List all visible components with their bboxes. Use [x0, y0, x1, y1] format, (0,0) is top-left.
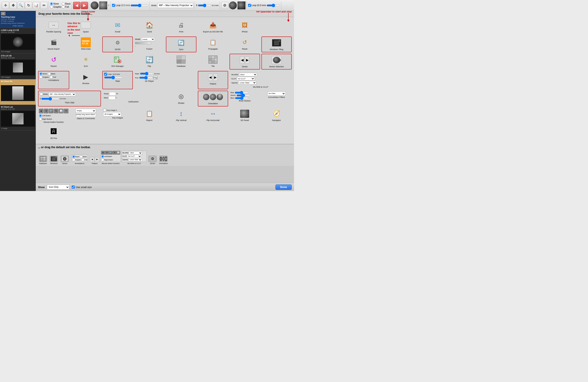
tool-series-selection[interactable]: Series Selection — [261, 54, 292, 69]
full-radio[interactable] — [62, 5, 65, 8]
dm-right-btn[interactable]: Right Button — [101, 158, 120, 161]
tool-convolution[interactable]: No Filter Convolution Filters — [261, 91, 292, 107]
none-radio[interactable] — [50, 2, 53, 5]
tool-thick-slab[interactable]: Mode: MIP – Max Intensity Projection 6 0… — [38, 91, 101, 107]
tool-patient[interactable]: ◀ ▶ Patient — [198, 71, 228, 89]
rate-loop-checkbox[interactable] — [104, 73, 107, 76]
tool-database[interactable]: Database — [166, 54, 196, 69]
tool-print[interactable]: 🖨 Print — [166, 19, 196, 35]
opacity-select[interactable]: Linear Table — [238, 81, 256, 85]
annot-basic-radio[interactable] — [48, 72, 51, 75]
tool-3d-panel[interactable]: 3D Panel — [230, 108, 260, 124]
thick-slab-mode-select[interactable]: MIP – Max Intensity Projection — [49, 92, 76, 96]
case-thumb-4[interactable] — [1, 85, 35, 101]
tool-space[interactable]: Space — [71, 19, 101, 35]
tool-navigator[interactable]: 🧭 Navigator — [261, 108, 292, 124]
sidebar-case-3[interactable]: CTA 2.5 CE 5/27/13, 5:34 AM 220 Images — [0, 54, 36, 79]
case-thumb-3[interactable] — [1, 60, 35, 75]
far-loop-label[interactable]: Loop — [248, 4, 256, 7]
4d-play-btn[interactable]: Play — [153, 76, 158, 80]
rotate-tool-btn[interactable]: ↻ — [25, 2, 32, 9]
case-thumb-5[interactable] — [1, 111, 35, 127]
annot-graphic-radio[interactable] — [39, 76, 42, 79]
tool-report[interactable]: 📋 Report — [134, 108, 165, 124]
tool-fusion[interactable]: Mode: Linear - Fusion — [134, 37, 165, 52]
done-button[interactable]: Done — [275, 184, 292, 190]
case-thumb-2[interactable] — [1, 34, 35, 50]
left-btn-label[interactable]: Left Button — [39, 114, 51, 117]
tool-tile[interactable]: Tile — [198, 54, 228, 69]
default-tool-2d3d[interactable]: ⚙ 2D/3D — [147, 156, 158, 164]
4d-pos-slider[interactable] — [139, 76, 153, 80]
annot-none-radio[interactable] — [39, 72, 42, 75]
wlww-tool-btn[interactable]: 📊 — [33, 2, 40, 9]
sharp-input[interactable] — [109, 92, 116, 96]
small-size-label[interactable]: Use small size — [72, 186, 92, 188]
tool-flexible-spacing[interactable]: Flexible Spacing — [38, 19, 69, 35]
mask-input[interactable] — [109, 96, 115, 100]
sidebar-case-1[interactable]: 1 Teaching Case 5/27/13, 5:34 AM CT\CR: … — [0, 11, 36, 28]
tool-subtraction[interactable]: Sharp % Mask + Subtraction — [102, 91, 165, 107]
tool-meta-data[interactable]: WARNIN7:36 Meta-Data — [71, 37, 101, 52]
def-wlww-select[interactable]: Other — [129, 151, 142, 155]
def-annot-graphic[interactable]: Graphic — [72, 158, 81, 161]
tool-rgb-factors[interactable]: Red: Green: Blue: RGB Factors — [230, 91, 260, 107]
tool-revert[interactable]: ↺ Revert — [38, 54, 69, 69]
graphic-radio[interactable] — [50, 5, 53, 8]
mode-select[interactable]: MIP – Max Intensity Projection — [157, 3, 193, 8]
next-case-btn[interactable]: ▶ — [81, 2, 88, 9]
sidebar-case-2[interactable]: LUNG Lung 2.0 CE 5/27/13, 5:34 AM 151 Im… — [0, 28, 36, 54]
default-tool-windows[interactable]: Windows — [49, 156, 59, 164]
key-img-select[interactable]: All Images — [103, 112, 121, 116]
default-tool-mouse[interactable]: ◈ ✛ 🔍 ↻ 📊 Left Button Right Button — [101, 150, 121, 164]
draw-tool-btn[interactable]: ✏ — [40, 2, 47, 9]
thumb2[interactable] — [99, 1, 107, 9]
tool-orientation[interactable]: Orientation — [198, 91, 228, 107]
settings-btn[interactable]: ⚙ — [221, 2, 228, 9]
tool-suv[interactable]: ✳ SUV — [71, 54, 101, 69]
thick-slab-slider[interactable] — [41, 97, 59, 101]
tool-mouse-btn[interactable]: ◈ ✛ 🔍 ↻ 📊 ▼ Left Button — [38, 108, 69, 124]
tool-shutter[interactable]: ◎ Shutter — [166, 91, 196, 107]
default-tool-annotations[interactable]: None Basic Graphic Full Annotations — [71, 155, 89, 164]
tool-iphoto[interactable]: 🖼 iPhoto — [230, 19, 260, 35]
sidebar-case-4[interactable]: W Chest PA. 8/19/13, 2:59 PM 1 Image — [0, 79, 36, 105]
tool-propagate[interactable]: 📋 Propagate — [198, 37, 228, 52]
tool-export-dicom[interactable]: 📤 Export as DICOM File — [198, 19, 228, 35]
full-radio-label[interactable]: Full — [62, 5, 71, 8]
loop-checkbox-label[interactable]: Loop — [112, 4, 120, 7]
small-size-checkbox[interactable] — [72, 186, 75, 188]
def-annot-basic[interactable]: Basic — [80, 155, 87, 158]
def-annot-full[interactable]: Full — [82, 158, 87, 161]
tool-status-comments[interactable]: empty primary lung cancer detect Status … — [71, 108, 101, 124]
key-img-check[interactable] — [103, 109, 106, 112]
graphic-radio-label[interactable]: Graphic — [50, 5, 61, 8]
tool-flip[interactable]: 🔄 Flip — [134, 54, 165, 69]
left-btn-radio[interactable] — [39, 114, 42, 117]
basic-radio[interactable] — [62, 2, 65, 5]
status-empty-select[interactable]: empty — [76, 109, 96, 113]
fusion-mode-select[interactable]: Linear — [141, 37, 155, 41]
tool-2d3d[interactable]: ⚙ 2D/3D — [102, 37, 133, 52]
annot-full-radio[interactable] — [50, 76, 53, 79]
annot-graphic-label[interactable]: Graphic — [39, 76, 49, 79]
tool-annotations[interactable]: None Basic Graphic Full Annotations — [38, 71, 69, 89]
tool-3d-pos[interactable]: 🅰 3D Pos — [38, 126, 69, 142]
annot-full-label[interactable]: Full — [50, 76, 56, 79]
hide-series-btn[interactable]: Hide Series — [1, 25, 35, 27]
tool-browse[interactable]: ▶ Browse — [71, 71, 101, 89]
conv-select[interactable]: No Filter — [268, 91, 286, 96]
annot-none-label[interactable]: None — [39, 72, 47, 75]
far-loop-checkbox[interactable] — [248, 4, 251, 7]
tool-roi-manager[interactable]: T ROI Manager — [102, 54, 133, 69]
basic-radio-label[interactable]: Basic — [62, 2, 71, 5]
def-annot-none[interactable]: None — [72, 155, 79, 158]
tool-series-nav[interactable]: ◀ ▶ Series — [230, 54, 260, 69]
tool-movie-export[interactable]: 🎬 Movie Export — [38, 37, 69, 52]
tool-reset[interactable]: ↺ Reset — [230, 37, 260, 52]
speed-slider[interactable] — [131, 4, 149, 7]
right-btn-radio[interactable] — [39, 118, 42, 121]
tool-email[interactable]: ✉ Email — [102, 19, 133, 35]
rate-loop-label[interactable]: Loop 10.0 im/s — [104, 73, 120, 76]
rate-slider[interactable] — [104, 76, 122, 79]
